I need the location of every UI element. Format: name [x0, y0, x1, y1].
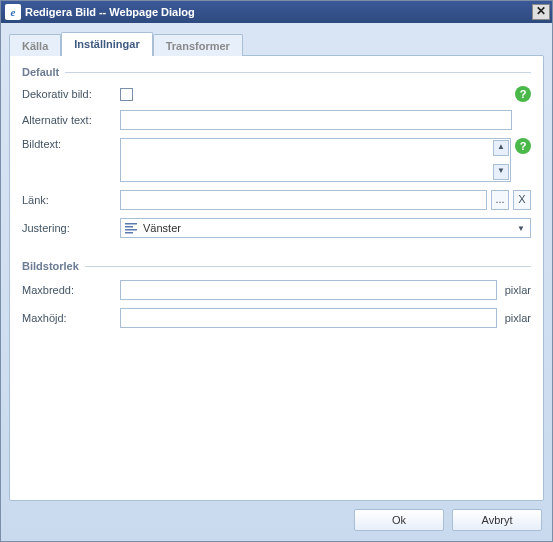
- unit-label: pixlar: [505, 284, 531, 296]
- browse-button[interactable]: ...: [491, 190, 509, 210]
- divider: [65, 72, 531, 73]
- default-section: Default Dekorativ bild: ? Alternativ tex…: [22, 66, 531, 246]
- justering-label: Justering:: [22, 222, 120, 234]
- maxbredd-input[interactable]: [120, 280, 497, 300]
- justering-combobox[interactable]: Vänster ▼: [120, 218, 531, 238]
- maxhojd-input[interactable]: [120, 308, 497, 328]
- tab-strip: Källa Inställningar Transformer: [9, 31, 544, 55]
- tab-installningar[interactable]: Inställningar: [61, 32, 152, 56]
- unit-label: pixlar: [505, 312, 531, 324]
- window-title: Redigera Bild -- Webpage Dialog: [25, 6, 195, 18]
- help-icon[interactable]: ?: [515, 86, 531, 102]
- window-close-button[interactable]: ✕: [532, 4, 550, 20]
- chevron-down-icon[interactable]: ▼: [514, 224, 528, 233]
- svg-rect-1: [125, 226, 133, 228]
- divider: [85, 266, 531, 267]
- lank-input[interactable]: [120, 190, 487, 210]
- bildtext-textarea[interactable]: ▲ ▼: [120, 138, 511, 182]
- justering-value: Vänster: [143, 222, 510, 234]
- maxhojd-label: Maxhöjd:: [22, 312, 120, 324]
- bildstorlek-legend: Bildstorlek: [22, 260, 79, 272]
- help-icon[interactable]: ?: [515, 138, 531, 154]
- dialog-body: Källa Inställningar Transformer Default …: [1, 23, 552, 541]
- svg-rect-0: [125, 223, 137, 225]
- alt-text-input[interactable]: [120, 110, 512, 130]
- dekorativ-bild-label: Dekorativ bild:: [22, 88, 120, 100]
- scroll-down-icon[interactable]: ▼: [493, 164, 509, 180]
- lank-label: Länk:: [22, 194, 120, 206]
- tab-content: Default Dekorativ bild: ? Alternativ tex…: [9, 55, 544, 501]
- ok-button[interactable]: Ok: [354, 509, 444, 531]
- clear-link-button[interactable]: X: [513, 190, 531, 210]
- svg-rect-2: [125, 229, 137, 231]
- maxbredd-label: Maxbredd:: [22, 284, 120, 296]
- avbryt-button[interactable]: Avbryt: [452, 509, 542, 531]
- default-legend: Default: [22, 66, 59, 78]
- tab-transformer[interactable]: Transformer: [153, 34, 243, 56]
- scroll-up-icon[interactable]: ▲: [493, 140, 509, 156]
- bildtext-label: Bildtext:: [22, 138, 120, 150]
- align-left-icon: [123, 220, 139, 236]
- bildstorlek-section: Bildstorlek Maxbredd: pixlar Maxhöjd: pi…: [22, 260, 531, 336]
- dialog-footer: Ok Avbryt: [9, 501, 544, 533]
- alt-text-label: Alternativ text:: [22, 114, 120, 126]
- dekorativ-bild-checkbox[interactable]: [120, 88, 133, 101]
- svg-rect-3: [125, 232, 133, 234]
- titlebar: e Redigera Bild -- Webpage Dialog ✕: [1, 1, 552, 23]
- tab-kalla[interactable]: Källa: [9, 34, 61, 56]
- app-icon: e: [5, 4, 21, 20]
